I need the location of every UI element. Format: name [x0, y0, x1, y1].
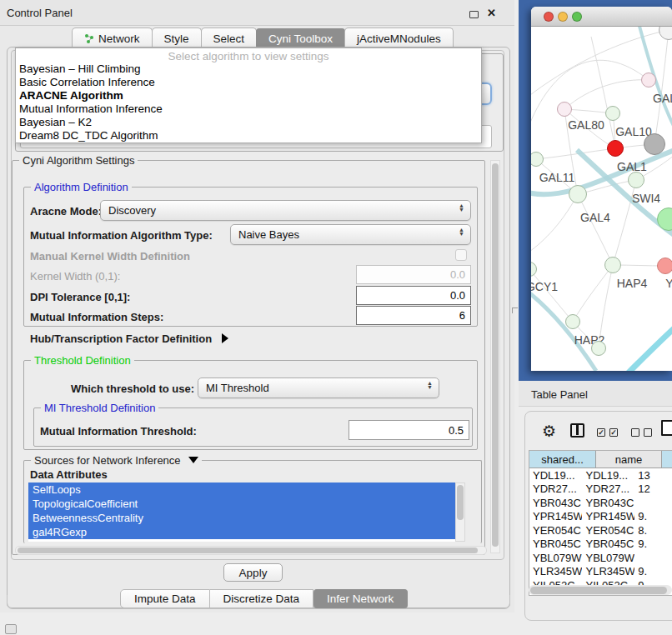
columns-icon[interactable] [570, 423, 584, 438]
network-node-gal4[interactable] [569, 185, 587, 203]
attributes-scrollbar[interactable] [455, 482, 465, 542]
dpi-tolerance-label: DPI Tolerance [0,1]: [30, 291, 130, 303]
aracne-mode-combo[interactable]: Discovery ▲▼ [100, 200, 471, 221]
window-close-icon[interactable] [544, 12, 554, 22]
node-label: GAL80 [568, 118, 604, 132]
table-cell: YBL079W [582, 552, 634, 564]
algorithm-option[interactable]: Bayesian – Hill Climbing [16, 62, 481, 76]
network-window[interactable]: GALGAL80GAL10GAL1GAL11SWI4GAL4HAP4YGCY1H… [531, 7, 672, 371]
mi-threshold-input[interactable]: 0.5 [349, 420, 469, 440]
attribute-item[interactable]: BetweennessCentrality [28, 511, 455, 525]
node-label: SWI4 [632, 192, 660, 205]
algorithm-option[interactable]: ARACNE Algorithm [16, 89, 481, 102]
algorithm-option[interactable]: Dream8 DC_TDC Algorithm [16, 129, 481, 142]
tab-network[interactable]: Network [72, 28, 153, 48]
network-node-gal[interactable] [641, 72, 656, 88]
mi-threshold-group-title: MI Threshold Definition [41, 402, 158, 414]
popup-items: Bayesian – Hill ClimbingBasic Correlatio… [16, 62, 481, 142]
aracne-mode-label: Aracne Mode: [30, 205, 102, 218]
attribute-item[interactable]: SelfLoops [28, 482, 455, 497]
column-header-extra[interactable] [662, 451, 672, 468]
table-cell: YDL19... [582, 469, 634, 482]
expand-arrow-icon[interactable] [222, 333, 228, 343]
algorithm-option[interactable]: Bayesian – K2 [16, 116, 481, 129]
apply-button[interactable]: Apply [223, 563, 283, 582]
hub-definition-text: Hub/Transcription Factor Definition [30, 332, 212, 345]
dock-panel-icon[interactable] [5, 624, 17, 634]
attribute-item[interactable]: TopologicalCoefficient [28, 497, 455, 511]
network-node-hap2[interactable] [565, 314, 580, 329]
network-node-gal1[interactable] [607, 140, 624, 157]
dpi-tolerance-input[interactable]: 0.0 [356, 286, 471, 305]
tab-style[interactable]: Style [152, 28, 202, 48]
manual-kernel-checkbox[interactable] [455, 249, 467, 261]
collapse-arrow-icon[interactable] [188, 457, 198, 463]
table-cell: YBR045C [529, 538, 582, 550]
mi-type-combo[interactable]: Naive Bayes ▲▼ [230, 224, 471, 245]
node-label: Y [665, 277, 672, 290]
settings-vertical-scrollbar[interactable] [490, 160, 500, 553]
table-cell: YPR145W [529, 510, 582, 522]
node-label: GAL11 [539, 171, 575, 184]
network-node-swi4[interactable] [628, 172, 644, 188]
table-horizontal-scrollbar[interactable] [529, 585, 672, 595]
close-icon[interactable]: ✕ [487, 7, 496, 19]
checkbox-unchecked-icon[interactable] [644, 428, 652, 437]
column-header-shared...[interactable]: shared... [529, 451, 596, 468]
table-row[interactable]: YDR27...YDR27...12 [529, 482, 672, 497]
panel-bottom-edge [7, 595, 510, 609]
node-table[interactable]: shared...name YDL19...YDL19...13YDR27...… [529, 450, 672, 596]
algorithm-option[interactable]: Mutual Information Inference [16, 102, 481, 116]
float-window-icon[interactable] [469, 11, 479, 18]
which-threshold-label: Which threshold to use: [71, 382, 194, 395]
algorithm-option[interactable]: Basic Correlation Inference [16, 76, 481, 89]
hub-definition-label[interactable]: Hub/Transcription Factor Definition [30, 332, 228, 345]
manual-kernel-label: Manual Kernel Width Definition [30, 250, 190, 262]
data-attributes-label: Data Attributes [30, 468, 108, 481]
table-row[interactable]: YBR045CYBR045C9. [529, 538, 672, 552]
which-threshold-value: MI Threshold [206, 382, 269, 394]
table-row[interactable]: YPR145WYPR145W9. [529, 510, 672, 524]
mi-threshold-label: Mutual Information Threshold: [40, 425, 197, 438]
tab-label: Cyni Toolbox [268, 32, 333, 45]
window-minimize-icon[interactable] [558, 12, 568, 22]
network-node-gal10[interactable] [605, 106, 620, 121]
network-node-hap4[interactable] [604, 257, 621, 273]
attribute-item[interactable]: gal4RGexp [28, 525, 455, 539]
mi-steps-input[interactable]: 6 [356, 306, 471, 325]
combo-arrows-icon: ▲▼ [459, 228, 464, 236]
column-header-name[interactable]: name [596, 451, 662, 468]
node-label: GAL1 [617, 160, 647, 173]
sources-title-text: Sources for Network Inference [34, 454, 181, 467]
table-row[interactable]: YBR043CYBR043C [529, 496, 672, 510]
table-cell: 13 [634, 469, 672, 482]
tab-select[interactable]: Select [201, 28, 258, 48]
table-row[interactable]: YBL079WYBL079W [529, 551, 672, 565]
which-threshold-combo[interactable]: MI Threshold ▲▼ [198, 378, 439, 398]
kernel-width-input[interactable]: 0.0 [356, 265, 471, 284]
document-icon[interactable] [661, 420, 672, 436]
network-node-y[interactable] [657, 258, 672, 274]
table-row[interactable]: YER054CYER054C8. [529, 523, 672, 538]
table-row[interactable]: YLR345WYLR345W9. [529, 565, 672, 579]
network-canvas[interactable]: GALGAL80GAL10GAL1GAL11SWI4GAL4HAP4YGCY1H… [531, 27, 672, 371]
table-cell: YER054C [529, 524, 582, 537]
network-node[interactable] [591, 341, 606, 356]
checkbox-checked-icon[interactable]: ✓ [597, 428, 605, 437]
control-panel-titlebar [0, 0, 514, 26]
tab-jactivemnodules[interactable]: jActiveMNodules [344, 28, 454, 48]
gear-icon[interactable]: ⚙ [542, 422, 556, 441]
network-node[interactable] [644, 133, 665, 155]
algorithm-definition-title: Algorithm Definition [31, 181, 132, 193]
panel-resize-grip[interactable] [512, 308, 518, 313]
data-attributes-list[interactable]: SelfLoopsTopologicalCoefficientBetweenne… [28, 482, 455, 542]
table-cell: YBR043C [529, 497, 582, 509]
window-zoom-icon[interactable] [572, 12, 582, 22]
table-row[interactable]: YDL19...YDL19...13 [529, 468, 672, 482]
settings-horizontal-scrollbar[interactable] [15, 546, 487, 555]
checkbox-unchecked-icon[interactable] [631, 428, 639, 437]
network-window-titlebar[interactable] [531, 7, 672, 27]
network-node-gal80[interactable] [557, 102, 572, 117]
tab-cyni-toolbox[interactable]: Cyni Toolbox [256, 28, 345, 48]
checkbox-checked-icon[interactable]: ✓ [609, 428, 618, 437]
